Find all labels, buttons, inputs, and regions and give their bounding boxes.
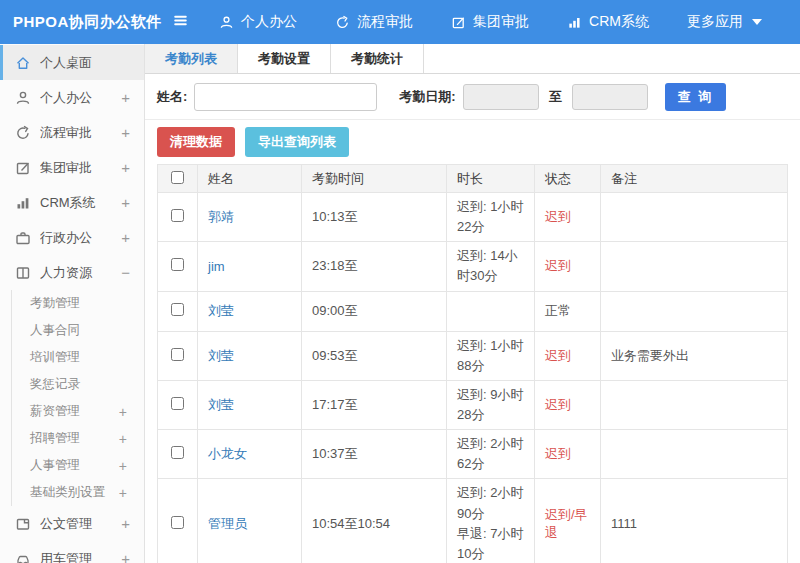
sidebar-subitem-label: 考勤管理 <box>30 295 127 312</box>
nav-personal-office[interactable]: 个人办公 <box>219 13 297 31</box>
nav-crm-system[interactable]: CRM系统 <box>567 13 649 31</box>
table-row: 刘莹 09:53至 迟到: 1小时88分 迟到 业务需要外出 <box>158 331 788 380</box>
duration-cell: 迟到: 14小时30分 <box>447 242 535 291</box>
action-button-row: 清理数据 导出查询列表 <box>145 120 800 164</box>
nav-workflow-approval[interactable]: 流程审批 <box>335 13 413 31</box>
sidebar-subitem-rewards[interactable]: 奖惩记录 <box>12 371 144 398</box>
duration-cell <box>447 291 535 331</box>
nav-label: 流程审批 <box>357 13 413 31</box>
duration-late: 迟到: 1小时88分 <box>457 336 524 376</box>
expand-toggle[interactable]: + <box>121 89 130 106</box>
expand-toggle[interactable]: + <box>121 194 130 211</box>
sidebar: 个人桌面 个人办公 + 流程审批 + <box>0 44 145 563</box>
nav-more-apps[interactable]: 更多应用 <box>687 13 762 31</box>
book-icon <box>15 265 31 281</box>
status-cell: 迟到 <box>535 430 601 479</box>
search-filter-bar: 姓名: 考勤日期: 至 查 询 <box>145 74 800 120</box>
row-checkbox[interactable] <box>171 348 184 361</box>
sidebar-subitem-attendance[interactable]: 考勤管理 <box>12 290 144 317</box>
expand-toggle[interactable]: + <box>121 159 130 176</box>
status-cell: 迟到 <box>535 242 601 291</box>
tab-attendance-settings[interactable]: 考勤设置 <box>238 44 331 73</box>
row-checkbox[interactable] <box>171 303 184 316</box>
sidebar-item-label: 集团审批 <box>40 159 121 177</box>
expand-toggle[interactable]: + <box>121 229 130 246</box>
app-brand-title: PHPOA协同办公软件 <box>0 13 168 32</box>
attendance-time: 10:13至 <box>302 193 447 242</box>
expand-toggle[interactable]: + <box>119 404 127 420</box>
sidebar-subitem-recruitment[interactable]: 招聘管理 + <box>12 425 144 452</box>
remark-cell <box>601 193 788 242</box>
expand-toggle[interactable]: + <box>119 485 127 501</box>
sidebar-item-crm[interactable]: CRM系统 + <box>0 185 144 220</box>
table-row: 郭靖 10:13至 迟到: 1小时22分 迟到 <box>158 193 788 242</box>
sidebar-item-admin-office[interactable]: 行政办公 + <box>0 220 144 255</box>
duration-cell: 迟到: 2小时62分 <box>447 430 535 479</box>
sidebar-item-vehicles[interactable]: 用车管理 + <box>0 541 144 563</box>
expand-toggle[interactable]: + <box>119 431 127 447</box>
hamburger-icon <box>172 12 189 33</box>
duration-late: 迟到: 2小时90分 <box>457 483 524 523</box>
expand-toggle[interactable]: + <box>121 550 130 563</box>
col-header-time: 考勤时间 <box>302 165 447 193</box>
nav-group-approval[interactable]: 集团审批 <box>451 13 529 31</box>
row-checkbox[interactable] <box>171 516 184 529</box>
hamburger-menu-button[interactable] <box>168 12 193 33</box>
table-header-row: 姓名 考勤时间 时长 状态 备注 <box>158 165 788 193</box>
sidebar-subitem-base-categories[interactable]: 基础类别设置 + <box>12 479 144 506</box>
sidebar-subitem-training[interactable]: 培训管理 <box>12 344 144 371</box>
duration-early: 早退: 7小时10分 <box>457 524 524 563</box>
sidebar-subitem-salary[interactable]: 薪资管理 + <box>12 398 144 425</box>
employee-name-link[interactable]: 管理员 <box>198 479 302 563</box>
tab-attendance-list[interactable]: 考勤列表 <box>145 44 238 73</box>
row-checkbox[interactable] <box>171 258 184 271</box>
chart-icon <box>567 15 582 30</box>
name-filter-label: 姓名: <box>157 88 187 106</box>
app-window: PHPOA协同办公软件 个人办公 流程审批 <box>0 0 800 563</box>
sidebar-subitem-label: 薪资管理 <box>30 403 119 420</box>
date-range-to-label: 至 <box>549 88 562 106</box>
row-checkbox[interactable] <box>171 397 184 410</box>
sidebar-subitem-label: 培训管理 <box>30 349 127 366</box>
expand-toggle[interactable]: + <box>119 458 127 474</box>
expand-toggle[interactable]: − <box>121 264 130 281</box>
remark-cell: 业务需要外出 <box>601 331 788 380</box>
row-checkbox[interactable] <box>171 446 184 459</box>
sidebar-subitem-hr-contract[interactable]: 人事合同 <box>12 317 144 344</box>
sidebar-item-desktop[interactable]: 个人桌面 <box>0 45 144 80</box>
employee-name-link[interactable]: 刘莹 <box>198 331 302 380</box>
col-header-duration: 时长 <box>447 165 535 193</box>
clean-data-button[interactable]: 清理数据 <box>157 127 235 157</box>
date-to-input[interactable] <box>572 84 648 110</box>
sidebar-subitem-label: 人事合同 <box>30 322 127 339</box>
export-list-button[interactable]: 导出查询列表 <box>245 127 349 157</box>
sidebar-item-documents[interactable]: 公文管理 + <box>0 506 144 541</box>
employee-name-link[interactable]: 刘莹 <box>198 380 302 429</box>
expand-toggle[interactable]: + <box>121 124 130 141</box>
date-from-input[interactable] <box>463 84 539 110</box>
sidebar-item-group-approval[interactable]: 集团审批 + <box>0 150 144 185</box>
hr-submenu: 考勤管理 人事合同 培训管理 奖惩记录 薪资管理 + <box>11 290 144 506</box>
employee-name-link[interactable]: 刘莹 <box>198 291 302 331</box>
sidebar-item-label: 个人办公 <box>40 89 121 107</box>
sidebar-item-hr[interactable]: 人力资源 − <box>0 255 144 290</box>
employee-name-link[interactable]: jim <box>198 242 302 291</box>
employee-name-link[interactable]: 小龙女 <box>198 430 302 479</box>
duration-cell: 迟到: 2小时90分早退: 7小时10分 <box>447 479 535 563</box>
sidebar-item-personal-office[interactable]: 个人办公 + <box>0 80 144 115</box>
car-icon <box>15 551 31 563</box>
sidebar-subitem-label: 人事管理 <box>30 457 119 474</box>
flow-icon <box>335 15 350 30</box>
nav-label: 个人办公 <box>241 13 297 31</box>
sidebar-item-workflow[interactable]: 流程审批 + <box>0 115 144 150</box>
expand-toggle[interactable]: + <box>121 515 130 532</box>
briefcase-icon <box>15 230 31 246</box>
employee-name-link[interactable]: 郭靖 <box>198 193 302 242</box>
row-checkbox[interactable] <box>171 209 184 222</box>
select-all-checkbox[interactable] <box>171 171 184 184</box>
tab-attendance-stats[interactable]: 考勤统计 <box>331 44 424 73</box>
sidebar-subitem-personnel[interactable]: 人事管理 + <box>12 452 144 479</box>
search-button[interactable]: 查 询 <box>665 83 727 111</box>
doc-icon <box>15 516 31 532</box>
name-search-input[interactable] <box>194 83 377 111</box>
